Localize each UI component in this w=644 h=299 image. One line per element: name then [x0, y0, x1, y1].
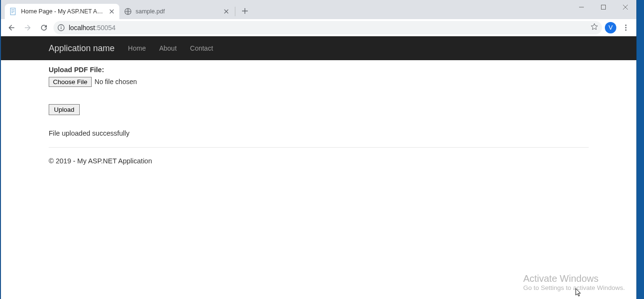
tab-sample-pdf[interactable]: sample.pdf	[119, 4, 234, 19]
browser-window: Home Page - My ASP.NET Applic sample.pdf	[1, 0, 636, 299]
nav-link-about[interactable]: About	[159, 44, 177, 52]
forward-button[interactable]	[21, 21, 34, 34]
page-content: Upload PDF File: Choose File No file cho…	[1, 60, 636, 176]
choose-file-button[interactable]: Choose File	[49, 77, 92, 87]
svg-rect-2	[11, 11, 14, 11]
tab-title: sample.pdf	[136, 8, 220, 15]
favicon-globe-icon	[124, 8, 132, 15]
svg-rect-3	[11, 12, 13, 13]
svg-point-11	[625, 29, 627, 31]
tab-home-page[interactable]: Home Page - My ASP.NET Applic	[5, 4, 119, 19]
minimize-button[interactable]	[570, 0, 592, 14]
window-right-edge	[636, 0, 644, 299]
url-host: localhost	[69, 24, 95, 32]
window-controls	[570, 0, 636, 14]
nav-link-contact[interactable]: Contact	[190, 44, 213, 52]
bookmark-star-icon[interactable]	[591, 23, 598, 32]
upload-button[interactable]: Upload	[49, 104, 80, 115]
tab-close-icon[interactable]	[108, 8, 116, 15]
tab-bar: Home Page - My ASP.NET Applic sample.pdf	[1, 0, 636, 19]
svg-point-10	[625, 27, 627, 28]
svg-point-9	[625, 24, 627, 26]
file-chosen-status: No file chosen	[95, 77, 137, 86]
svg-rect-5	[602, 5, 606, 10]
svg-rect-1	[11, 10, 14, 10]
svg-rect-8	[61, 26, 61, 26]
favicon-asp-icon	[10, 8, 17, 15]
upload-message: File uploaded successfully	[49, 128, 589, 139]
svg-rect-7	[61, 27, 61, 29]
navbar-brand[interactable]: Application name	[49, 43, 115, 53]
site-navbar: Application name Home About Contact	[1, 36, 636, 60]
tab-title: Home Page - My ASP.NET Applic	[21, 8, 105, 15]
site-info-icon[interactable]	[57, 24, 65, 32]
footer-divider	[49, 147, 589, 148]
file-input-wrap: Choose File No file chosen	[49, 77, 589, 87]
upload-file-label: Upload PDF File:	[49, 65, 589, 75]
address-bar: localhost:50054 V	[1, 19, 636, 36]
tab-divider	[235, 7, 235, 16]
close-window-button[interactable]	[614, 0, 636, 14]
new-tab-button[interactable]	[238, 4, 252, 18]
tab-close-icon[interactable]	[222, 8, 230, 15]
nav-link-home[interactable]: Home	[128, 44, 146, 52]
reload-button[interactable]	[37, 21, 51, 34]
maximize-button[interactable]	[592, 0, 614, 14]
url-port: :50054	[95, 24, 116, 32]
profile-avatar[interactable]: V	[605, 22, 616, 33]
omnibox[interactable]: localhost:50054	[53, 21, 602, 34]
menu-button[interactable]	[619, 21, 633, 34]
footer-text: © 2019 - My ASP.NET Application	[49, 156, 589, 166]
back-button[interactable]	[5, 21, 18, 34]
